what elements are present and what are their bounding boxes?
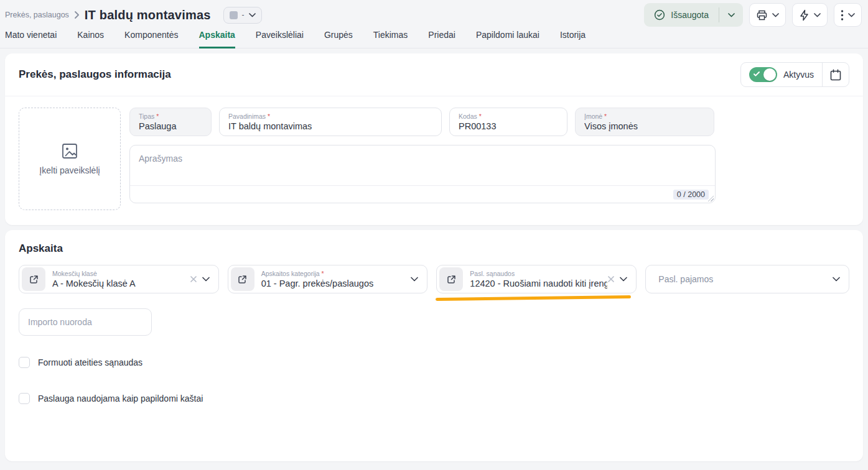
imone-value: Visos įmonės (584, 121, 706, 132)
checkbox-unchecked-icon[interactable] (19, 357, 30, 368)
more-menu-button[interactable] (834, 3, 862, 27)
top-bar: Prekės, paslaugos IT baldų montavimas - … (0, 0, 868, 30)
info-card-header: Prekės, paslaugos informacija Aktyvus (5, 53, 863, 96)
accounting-select-row: Mokesčių klasė A - Mokesčių klasė A (19, 265, 849, 293)
clear-icon[interactable] (607, 275, 615, 283)
open-tax-class-button[interactable] (22, 267, 45, 291)
product-info-card: Prekės, paslaugos informacija Aktyvus Įk… (5, 53, 863, 225)
kodas-value: PR00133 (459, 121, 559, 132)
top-actions: Išsaugota (644, 3, 862, 27)
breadcrumb: Prekės, paslaugos IT baldų montavimas (5, 8, 211, 22)
check-circle-icon (654, 9, 665, 21)
print-button[interactable] (749, 3, 786, 27)
variant-swatch-icon (230, 11, 238, 19)
chevron-down-icon (728, 13, 735, 17)
description-container: 0 / 2000 (129, 145, 716, 203)
import-reference-input[interactable] (19, 308, 152, 336)
additional-costs-checkbox-row[interactable]: Paslauga naudojama kaip papildomi kaštai (19, 393, 849, 404)
chevron-down-icon (814, 13, 821, 17)
saved-button[interactable]: Išsaugota (644, 3, 719, 27)
tab-paveiksleliai[interactable]: Paveikslėliai (256, 30, 304, 47)
lightning-icon (799, 9, 810, 21)
pavadinimas-label: Pavadinimas * (228, 113, 434, 121)
char-counter: 0 / 2000 (673, 190, 709, 200)
saved-dropdown-button[interactable] (719, 3, 743, 27)
calendar-button[interactable] (823, 62, 849, 87)
kebab-menu-icon (841, 9, 844, 21)
external-link-icon (238, 275, 247, 284)
status-controls: Aktyvus (740, 62, 849, 87)
active-toggle-label: Aktyvus (783, 70, 814, 80)
category-label: Apskaitos kategorija * (261, 270, 411, 278)
tab-komponentes[interactable]: Komponentės (124, 30, 178, 47)
saved-split-button: Išsaugota (644, 3, 743, 27)
tax-class-select[interactable]: Mokesčių klasė A - Mokesčių klasė A (19, 265, 219, 293)
actions-button[interactable] (792, 3, 828, 27)
chevron-down-icon (411, 277, 418, 282)
chevron-down-icon (848, 13, 855, 17)
breadcrumb-separator-icon (74, 11, 80, 19)
tab-istorija[interactable]: Istorija (560, 30, 586, 47)
chevron-down-icon (833, 277, 840, 282)
additional-costs-label: Paslauga naudojama kaip papildomi kaštai (38, 394, 203, 403)
breadcrumb-root-link[interactable]: Prekės, paslaugos (5, 11, 69, 19)
accounting-body: Mokesčių klasė A - Mokesčių klasė A (5, 265, 863, 419)
accounting-category-select[interactable]: Apskaitos kategorija * 01 - Pagr. prekės… (228, 265, 428, 293)
tab-papildomi-laukai[interactable]: Papildomi laukai (476, 30, 539, 47)
description-footer: 0 / 2000 (130, 185, 715, 203)
future-costs-label: Formuoti ateities sąnaudas (38, 357, 142, 367)
info-card-body: Įkelti paveikslėlį Tipas * Paslauga Pava… (5, 96, 863, 225)
tab-bar: Mato vienetai Kainos Komponentės Apskait… (0, 30, 868, 48)
accounting-card: Apskaita Mokesčių klasė A - Mokesčių kla… (5, 230, 863, 461)
external-link-icon (29, 275, 39, 284)
tax-class-value: A - Mokesčių klasė A (52, 278, 190, 289)
resize-grip[interactable] (707, 195, 714, 201)
tab-mato-vienetai[interactable]: Mato vienetai (5, 30, 57, 47)
kodas-field[interactable]: Kodas * PR00133 (449, 108, 567, 136)
open-category-button[interactable] (231, 267, 254, 291)
tab-apskaita[interactable]: Apskaita (199, 30, 235, 48)
tab-kainos[interactable]: Kainos (77, 30, 104, 47)
open-service-costs-button[interactable] (439, 267, 463, 291)
page-title: IT baldų montavimas (85, 8, 211, 22)
tipas-value: Paslauga (139, 121, 203, 132)
tab-tiekimas[interactable]: Tiekimas (373, 30, 408, 47)
service-income-placeholder: Pasl. pajamos (648, 274, 833, 284)
accounting-header: Apskaita (5, 230, 863, 265)
info-field-row: Tipas * Paslauga Pavadinimas * IT baldų … (129, 108, 716, 136)
image-upload-dropzone[interactable]: Įkelti paveikslėlį (19, 108, 121, 210)
tab-grupes[interactable]: Grupės (324, 30, 353, 47)
future-costs-checkbox-row[interactable]: Formuoti ateities sąnaudas (19, 357, 849, 368)
tab-priedai[interactable]: Priedai (428, 30, 455, 47)
imone-field: Įmonė * Visos įmonės (575, 108, 714, 136)
clear-icon[interactable] (190, 275, 197, 283)
pavadinimas-field[interactable]: Pavadinimas * IT baldų montavimas (219, 108, 442, 136)
service-costs-label: Pasl. sąnaudos (470, 270, 607, 278)
image-upload-label: Įkelti paveikslėlį (39, 165, 100, 175)
active-toggle[interactable]: Aktyvus (741, 67, 822, 82)
checkbox-unchecked-icon[interactable] (19, 393, 30, 404)
chevron-down-icon (249, 13, 256, 17)
saved-button-label: Išsaugota (671, 10, 709, 20)
calendar-icon (830, 69, 841, 81)
accounting-title: Apskaita (19, 242, 63, 254)
variant-value: - (242, 11, 245, 19)
variant-selector[interactable]: - (223, 7, 262, 24)
category-value: 01 - Pagr. prekės/paslaugos (261, 278, 411, 289)
image-upload-icon (62, 143, 78, 159)
chevron-down-icon (620, 277, 627, 282)
kodas-label: Kodas * (459, 113, 559, 121)
highlight-annotation (436, 295, 631, 301)
service-costs-value: 12420 - Ruošiami naudoti kiti įrenginiai… (470, 278, 607, 289)
service-costs-select[interactable]: Pasl. sąnaudos 12420 - Ruošiami naudoti … (436, 265, 637, 293)
toggle-on-icon (749, 67, 777, 82)
info-card-title: Prekės, paslaugos informacija (19, 68, 171, 81)
tipas-label: Tipas * (139, 113, 203, 121)
tax-class-label: Mokesčių klasė (52, 270, 190, 278)
tipas-field: Tipas * Paslauga (129, 108, 212, 136)
chevron-down-icon (772, 13, 779, 17)
service-income-select[interactable]: Pasl. pajamos (645, 265, 849, 293)
pavadinimas-value: IT baldų montavimas (228, 121, 434, 132)
imone-label: Įmonė * (584, 113, 706, 121)
description-textarea[interactable] (130, 145, 715, 183)
